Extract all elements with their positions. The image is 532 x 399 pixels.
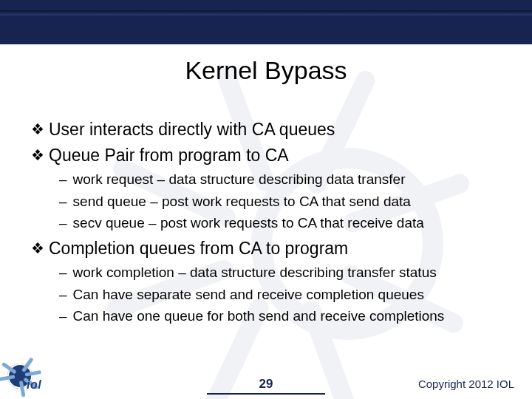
sub-bullet-text: Can have one queue for both send and rec… xyxy=(73,307,445,326)
bullet-text: User interacts directly with CA queues xyxy=(49,118,335,141)
dash-bullet-icon: – xyxy=(59,263,67,282)
dash-bullet-icon: – xyxy=(59,285,67,304)
sub-bullet-text: Can have separate send and receive compl… xyxy=(73,285,424,304)
dash-bullet-icon: – xyxy=(59,170,67,189)
sub-bullet-item: – work completion – data structure descr… xyxy=(59,263,510,282)
sub-bullet-group: – work request – data structure describi… xyxy=(59,170,510,233)
dash-bullet-icon: – xyxy=(59,192,67,211)
sub-bullet-text: secv queue – post work requests to CA th… xyxy=(73,214,424,233)
sub-bullet-item: – send queue – post work requests to CA … xyxy=(59,192,510,211)
bullet-text: Completion queues from CA to program xyxy=(49,237,348,260)
sub-bullet-item: – Can have one queue for both send and r… xyxy=(59,307,510,326)
slide-title: Kernel Bypass xyxy=(0,56,532,85)
slide-footer: iol 29 Copyright 2012 IOL xyxy=(0,364,532,399)
header-bar xyxy=(0,0,532,44)
slide: Kernel Bypass ❖ User interacts directly … xyxy=(0,0,532,399)
copyright-text: Copyright 2012 IOL xyxy=(418,378,514,390)
sub-bullet-group: – work completion – data structure descr… xyxy=(59,263,510,326)
bullet-text: Queue Pair from program to CA xyxy=(49,144,289,167)
sub-bullet-item: – work request – data structure describi… xyxy=(59,170,510,189)
diamond-bullet-icon: ❖ xyxy=(31,144,44,166)
bullet-item: ❖ Completion queues from CA to program xyxy=(31,237,510,260)
slide-body: ❖ User interacts directly with CA queues… xyxy=(31,118,510,330)
sub-bullet-text: send queue – post work requests to CA th… xyxy=(73,192,411,211)
diamond-bullet-icon: ❖ xyxy=(31,237,44,259)
sub-bullet-item: – secv queue – post work requests to CA … xyxy=(59,214,510,233)
dash-bullet-icon: – xyxy=(59,214,67,233)
sub-bullet-item: – Can have separate send and receive com… xyxy=(59,285,510,304)
sub-bullet-text: work request – data structure describing… xyxy=(73,170,406,189)
dash-bullet-icon: – xyxy=(59,307,67,326)
diamond-bullet-icon: ❖ xyxy=(31,118,44,140)
bullet-item: ❖ Queue Pair from program to CA xyxy=(31,144,510,167)
page-number-underline xyxy=(207,393,325,395)
sub-bullet-text: work completion – data structure describ… xyxy=(73,263,437,282)
bullet-item: ❖ User interacts directly with CA queues xyxy=(31,118,510,141)
